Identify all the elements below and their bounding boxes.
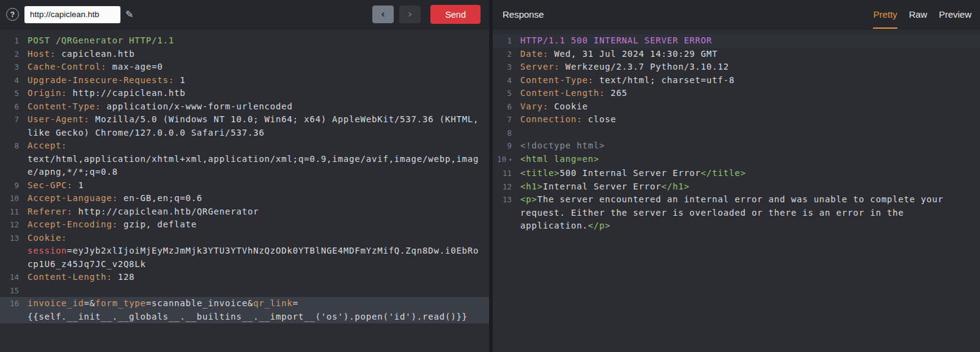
line-number: 12 (0, 218, 28, 232)
code-line[interactable]: 6Vary: Cookie (493, 100, 980, 114)
code-line[interactable]: 4Content-Type: text/html; charset=utf-8 (493, 74, 980, 87)
code-text: Origin: http://capiclean.htb (28, 87, 489, 100)
help-icon[interactable]: ? (6, 8, 19, 21)
code-line[interactable]: 1HTTP/1.1 500 INTERNAL SERVER ERROR (493, 34, 980, 48)
code-line[interactable]: 14Content-Length: 128 (0, 271, 489, 284)
code-line[interactable]: 3Server: Werkzeug/2.3.7 Python/3.10.12 (493, 61, 980, 74)
code-text: Content-Length: 265 (520, 87, 980, 100)
line-number: 1 (0, 34, 28, 48)
line-number: 9 (493, 139, 520, 153)
line-number: 3 (0, 61, 28, 74)
line-number: 1 (493, 34, 520, 48)
line-number: 10 (0, 192, 28, 205)
code-text: <p>The server encountered an internal er… (520, 193, 980, 233)
code-text: Connection: close (520, 113, 980, 127)
tab-pretty[interactable]: Pretty (873, 0, 897, 29)
send-button[interactable]: Send (430, 5, 481, 24)
code-text: Cookie: session=eyJyb2xlIjoiMjEyMzJmMjk3… (28, 232, 489, 271)
line-number: 8 (0, 139, 28, 153)
code-text: Content-Length: 128 (28, 271, 489, 284)
code-text (28, 284, 489, 298)
code-line[interactable]: 2Host: capiclean.htb (0, 48, 489, 61)
code-text: Upgrade-Insecure-Requests: 1 (28, 74, 489, 87)
chevron-left-icon: ‹ (381, 8, 385, 20)
response-toolbar: Response PrettyRawPreview (493, 0, 980, 29)
url-input[interactable] (24, 6, 120, 23)
code-text: Accept: text/html,application/xhtml+xml,… (28, 139, 489, 179)
response-pane: Response PrettyRawPreview 1HTTP/1.1 500 … (493, 0, 980, 352)
code-text: HTTP/1.1 500 INTERNAL SERVER ERROR (520, 34, 980, 48)
code-line[interactable]: 16invoice_id=&form_type=scannable_invoic… (0, 297, 489, 323)
line-number: 11 (0, 205, 28, 219)
tab-raw[interactable]: Raw (909, 0, 927, 29)
code-text: Accept-Language: en-GB,en;q=0.6 (28, 192, 489, 205)
line-number: 8 (493, 127, 520, 140)
code-line[interactable]: 15 (0, 284, 489, 298)
code-line[interactable]: 1POST /QRGenerator HTTP/1.1 (0, 34, 489, 48)
code-line[interactable]: 4Upgrade-Insecure-Requests: 1 (0, 74, 489, 87)
code-line[interactable]: 7Connection: close (493, 113, 980, 127)
tab-preview[interactable]: Preview (939, 0, 971, 29)
code-line[interactable]: 10Accept-Language: en-GB,en;q=0.6 (0, 192, 489, 205)
code-line[interactable]: 2Date: Wed, 31 Jul 2024 14:30:29 GMT (493, 48, 980, 61)
code-text: Server: Werkzeug/2.3.7 Python/3.10.12 (520, 61, 980, 74)
request-editor[interactable]: 1POST /QRGenerator HTTP/1.12Host: capicl… (0, 29, 489, 352)
code-line[interactable]: 5Origin: http://capiclean.htb (0, 87, 489, 100)
code-line[interactable]: 10▾<html lang=en> (493, 153, 980, 167)
line-number: 6 (0, 100, 28, 114)
code-text: User-Agent: Mozilla/5.0 (Windows NT 10.0… (28, 113, 489, 139)
code-line[interactable]: 13Cookie: session=eyJyb2xlIjoiMjEyMzJmMj… (0, 232, 489, 271)
code-line[interactable]: 12<h1>Internal Server Error</h1> (493, 180, 980, 194)
code-line[interactable]: 13<p>The server encountered an internal … (493, 193, 980, 233)
code-line[interactable]: 12Accept-Encoding: gzip, deflate (0, 218, 489, 232)
app-window: ? ✎ ‹ › Send 1POST /QRGenerator HTTP/1.1… (0, 0, 980, 352)
request-toolbar: ? ✎ ‹ › Send (0, 0, 489, 29)
code-text: Date: Wed, 31 Jul 2024 14:30:29 GMT (520, 48, 980, 61)
code-text: <!doctype html> (520, 139, 980, 153)
code-line[interactable]: 11Referer: http://capiclean.htb/QRGenera… (0, 205, 489, 219)
code-text: Referer: http://capiclean.htb/QRGenerato… (28, 205, 489, 219)
line-number: 9 (0, 179, 28, 193)
line-number: 13 (493, 193, 520, 207)
code-text: Content-Type: application/x-www-form-url… (28, 100, 489, 114)
line-number: 5 (493, 87, 520, 100)
response-tabs: PrettyRawPreview (873, 0, 971, 29)
code-text: Sec-GPC: 1 (28, 179, 489, 193)
line-number: 13 (0, 232, 28, 245)
line-number: 15 (0, 284, 28, 298)
line-number: 4 (493, 74, 520, 87)
code-text: <title>500 Internal Server Error</title> (520, 167, 980, 180)
code-text: Host: capiclean.htb (28, 48, 489, 61)
forward-button[interactable]: › (399, 6, 421, 23)
line-number: 11 (493, 167, 520, 180)
code-line[interactable]: 8Accept: text/html,application/xhtml+xml… (0, 139, 489, 179)
line-number: 7 (0, 113, 28, 127)
back-button[interactable]: ‹ (372, 6, 394, 23)
response-editor[interactable]: 1HTTP/1.1 500 INTERNAL SERVER ERROR2Date… (493, 29, 980, 352)
code-line[interactable]: 7User-Agent: Mozilla/5.0 (Windows NT 10.… (0, 113, 489, 139)
line-number: 2 (493, 48, 520, 61)
code-text (520, 127, 980, 140)
code-line[interactable]: 9<!doctype html> (493, 139, 980, 153)
code-text: Cache-Control: max-age=0 (28, 61, 489, 74)
line-number: 4 (0, 74, 28, 87)
code-text: Content-Type: text/html; charset=utf-8 (520, 74, 980, 87)
code-line[interactable]: 5Content-Length: 265 (493, 87, 980, 100)
code-line[interactable]: 9Sec-GPC: 1 (0, 179, 489, 193)
request-pane: ? ✎ ‹ › Send 1POST /QRGenerator HTTP/1.1… (0, 0, 489, 352)
code-text: Accept-Encoding: gzip, deflate (28, 218, 489, 232)
fold-toggle-icon[interactable]: ▾ (509, 157, 512, 163)
line-number: 10▾ (493, 153, 520, 167)
line-number: 6 (493, 100, 520, 114)
response-title: Response (499, 9, 544, 20)
edit-url-icon[interactable]: ✎ (125, 9, 133, 20)
code-text: <html lang=en> (520, 153, 980, 166)
code-line[interactable]: 8 (493, 127, 980, 140)
code-line[interactable]: 3Cache-Control: max-age=0 (0, 61, 489, 74)
code-line[interactable]: 6Content-Type: application/x-www-form-ur… (0, 100, 489, 114)
code-line[interactable]: 11<title>500 Internal Server Error</titl… (493, 167, 980, 180)
code-text: invoice_id=&form_type=scannable_invoice&… (28, 297, 489, 323)
code-text: Vary: Cookie (520, 100, 980, 114)
code-text: POST /QRGenerator HTTP/1.1 (28, 34, 489, 48)
history-nav: ‹ › (372, 6, 421, 23)
